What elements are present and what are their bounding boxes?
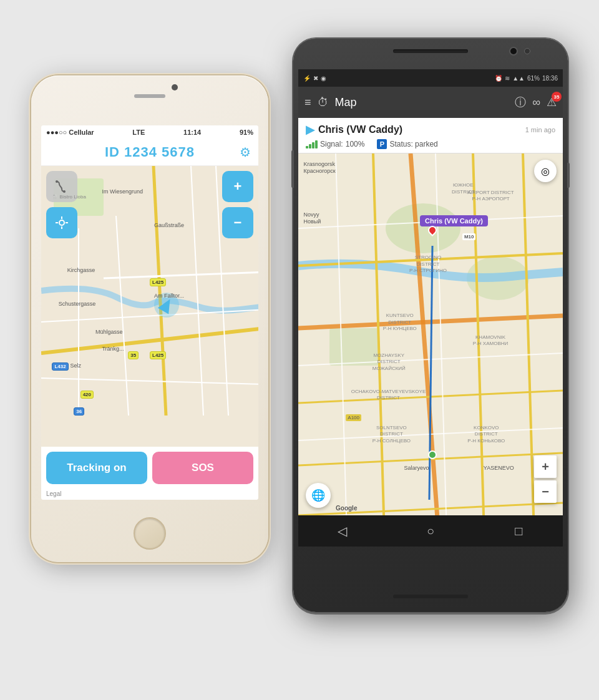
alarm-icon: ⏰ — [495, 75, 502, 82]
status-right-icons: ⏰ ≋ ▲▲ 61% 18:36 — [495, 75, 558, 82]
svg-line-0 — [41, 328, 258, 353]
solntsevo-label: SOLNTSEVODISTRICTP-Н СОЛНЦЕВО — [373, 425, 411, 444]
iphone-speaker — [134, 94, 165, 98]
hamburger-menu-icon[interactable]: ≡ — [304, 96, 311, 109]
iphone-camera — [172, 84, 178, 90]
route-icon — [54, 179, 69, 194]
battery-status: 61% — [527, 75, 540, 82]
vehicle-stats: Signal: 100% P Status: parked — [306, 139, 555, 149]
road-num-l425b: L425 — [150, 351, 166, 359]
signal-bar-4 — [315, 140, 318, 148]
time-status: 18:36 — [542, 75, 558, 82]
alert-icon-container[interactable]: ⚠ 35 — [547, 95, 557, 109]
app-title: Map — [335, 96, 509, 109]
signal-x-icon: ✖ — [313, 75, 318, 82]
iphone-screen: ●●●○○ Cellular LTE 11:14 91% ID 1234 567… — [41, 125, 258, 500]
google-attribution: Google — [336, 505, 357, 512]
android-device: ⚡ ✖ ◉ ⏰ ≋ ▲▲ 61% 18:36 ≡ ⏱ Map ⓘ ∞ — [293, 38, 568, 612]
recents-button[interactable]: □ — [503, 518, 534, 543]
android-screen: ⚡ ✖ ◉ ⏰ ≋ ▲▲ 61% 18:36 ≡ ⏱ Map ⓘ ∞ — [298, 69, 563, 547]
vehicle-name: ▶ Chris (VW Caddy) — [306, 123, 402, 137]
svg-line-2 — [104, 272, 258, 278]
iphone-home-button[interactable] — [134, 517, 166, 550]
map-label-kirchgasse: Kirchgasse — [67, 267, 95, 273]
carrier-label: ●●●○○ Cellular — [46, 129, 94, 136]
battery-label: 91% — [240, 129, 253, 136]
back-button[interactable]: ◁ — [327, 518, 358, 543]
status-left-icons: ⚡ ✖ ◉ — [303, 75, 326, 82]
android-camera2 — [524, 48, 530, 54]
konkovo-label: KONKOVODISTRICTP-Н КОНЬКОВО — [467, 425, 505, 444]
globe-icon: 🌐 — [311, 489, 325, 502]
signal-value: 100% — [346, 140, 365, 148]
vehicle-time-ago: 1 min ago — [525, 126, 555, 134]
android-top-speaker — [393, 49, 468, 53]
phones-container: ●●●○○ Cellular LTE 11:14 91% ID 1234 567… — [31, 38, 568, 662]
svg-point-11 — [63, 190, 66, 193]
road-num-36: 36 — [74, 407, 84, 416]
info-icon[interactable]: ⓘ — [515, 95, 526, 110]
destination-pin — [428, 450, 437, 459]
home-button[interactable]: ○ — [415, 518, 446, 543]
iphone-status-bar: ●●●○○ Cellular LTE 11:14 91% — [41, 125, 258, 139]
khamovnik-label: KHAMOVNIKP-Н ХАМОВНИ — [473, 334, 508, 348]
wifi-icon: ≋ — [505, 75, 510, 82]
legal-text: Legal — [41, 489, 258, 500]
android-nav-bar: ◁ ○ □ — [298, 515, 563, 547]
android-icon: ◉ — [321, 75, 326, 82]
svg-line-1 — [153, 166, 166, 416]
compass-button[interactable]: ◎ — [534, 160, 557, 182]
link-icon[interactable]: ∞ — [532, 96, 540, 109]
yuzhnoye-label: ЮЖНОЕDISTRICT — [452, 182, 475, 195]
locate-icon — [54, 215, 69, 230]
settings-icon[interactable]: ⚙ — [240, 145, 251, 160]
android-bottom-speaker — [393, 595, 468, 598]
signal-bars-icon — [306, 140, 318, 148]
device-id: ID 1234 5678 — [105, 144, 195, 160]
android-app-bar: ≡ ⏱ Map ⓘ ∞ ⚠ 35 — [298, 87, 563, 118]
road-num-l425a: L425 — [150, 278, 166, 286]
tracking-button[interactable]: Tracking on — [46, 452, 147, 484]
svg-line-4 — [116, 216, 129, 416]
android-zoom-in-button[interactable]: + — [534, 455, 557, 478]
sos-button[interactable]: SOS — [152, 452, 253, 484]
map-label-bistro: 🍴 Bistro Lioba — [52, 194, 85, 200]
android-zoom-out-button[interactable]: − — [534, 480, 557, 503]
iphone-bottom-bar: Tracking on SOS — [41, 447, 258, 489]
svg-line-8 — [216, 166, 228, 416]
android-map-svg — [298, 153, 563, 515]
network-label: LTE — [132, 129, 145, 136]
android-power-button[interactable] — [567, 163, 570, 188]
map-label-amfalltor: Am Falltor... — [154, 293, 184, 299]
android-map[interactable]: KrasnogorskКрасногорск NovyyНовый AIRPOR… — [298, 153, 563, 515]
signal-bar-1 — [306, 146, 308, 148]
map-label-wiesengrund: Im Wiesengrund — [102, 188, 143, 195]
iphone-map[interactable]: + − — [41, 166, 258, 447]
novyy-label: NovyyНовый — [303, 211, 321, 226]
time-label: 11:14 — [183, 129, 201, 136]
m10-label: M10 — [462, 233, 476, 240]
zoom-in-button[interactable]: + — [222, 171, 253, 202]
vehicle-popup: Chris (VW Caddy) — [420, 215, 488, 226]
yasenevo-label: YASENEVO — [484, 465, 514, 471]
mozhaysky-label: MOZHAYSKYDISTRICTМОЖАЙСКИЙ — [373, 352, 406, 372]
svg-point-10 — [56, 180, 58, 183]
salaryevo-label: Salaryevo — [404, 465, 429, 471]
signal-label: Signal: — [320, 140, 343, 148]
locate-button[interactable] — [46, 207, 77, 238]
ochakovo-label: OCHAKOVO-MATVEYEVSKOYEDISTRICT — [351, 389, 426, 402]
signal-stat: Signal: 100% — [306, 139, 364, 149]
navigation-arrow-icon: ▶ — [306, 123, 314, 137]
krasnogorsk-label: KrasnogorskКрасногорск — [303, 161, 335, 175]
a100-label: A100 — [346, 414, 361, 421]
zoom-out-button[interactable]: − — [222, 207, 253, 238]
iphone-device: ●●●○○ Cellular LTE 11:14 91% ID 1234 567… — [31, 75, 268, 562]
alert-badge: 35 — [552, 92, 562, 102]
road-num-420: 420 — [80, 391, 94, 399]
svg-point-18 — [386, 203, 460, 253]
map-label-trankgasse: Tränkg... — [102, 346, 124, 352]
layer-switch-button[interactable]: 🌐 — [306, 483, 331, 508]
kuntsevo-label: KUNTSEVODISTRICTP-Н КУНЦЕВО — [383, 313, 417, 332]
android-volume-button[interactable] — [291, 150, 294, 188]
signal-bar-3 — [312, 142, 314, 148]
